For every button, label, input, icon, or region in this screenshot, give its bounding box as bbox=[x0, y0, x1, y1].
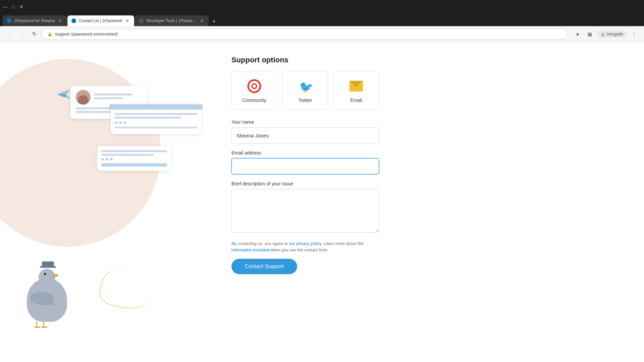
twitter-card[interactable]: 🐦 Twitter bbox=[282, 71, 328, 110]
ui-card-detail bbox=[111, 104, 201, 134]
description-label: Brief description of your issue bbox=[231, 181, 379, 186]
email-card[interactable]: Email bbox=[333, 71, 379, 110]
page-content: Support options Co bbox=[0, 42, 644, 362]
name-form-group: Your name bbox=[231, 119, 379, 143]
close-button[interactable]: ✕ bbox=[19, 4, 24, 9]
minimize-button[interactable]: — bbox=[3, 4, 8, 9]
tab-title-2: Contact Us | 1Password bbox=[79, 18, 122, 23]
email-label: Email bbox=[350, 98, 362, 103]
reload-button[interactable]: ↻ bbox=[30, 29, 39, 39]
tab-close-3[interactable]: ✕ bbox=[199, 18, 205, 23]
email-label-field: Email address bbox=[231, 150, 379, 156]
incognito-icon: 👔 bbox=[600, 32, 605, 37]
split-view-button[interactable]: ▦ bbox=[585, 29, 594, 39]
community-label: Community bbox=[243, 98, 266, 103]
form-area: Support options Co bbox=[218, 42, 406, 362]
privacy-text-mid: . Learn more about the bbox=[321, 241, 363, 246]
dashed-circle-decoration bbox=[98, 264, 157, 313]
nav-actions: ★ ▦ 👔 Incognito ⋮ bbox=[573, 29, 639, 39]
paper-airplane bbox=[57, 89, 70, 99]
email-form-group: Email address bbox=[231, 150, 379, 174]
address-bar[interactable]: 🔒 support.1password.com/contact/ bbox=[42, 29, 568, 40]
pigeon-illustration bbox=[27, 278, 67, 322]
maximize-button[interactable]: □ bbox=[11, 4, 16, 9]
incognito-label: Incognito bbox=[607, 32, 623, 37]
privacy-policy-link[interactable]: privacy policy bbox=[296, 241, 321, 246]
name-label: Your name bbox=[231, 119, 379, 125]
tab-close-2[interactable]: ✕ bbox=[125, 18, 130, 23]
tab-favicon-3 bbox=[139, 18, 144, 23]
tab-favicon-1 bbox=[7, 18, 11, 23]
email-icon bbox=[348, 78, 364, 94]
tab-title-1: 1Password for Sheena bbox=[14, 18, 55, 23]
twitter-icon: 🐦 bbox=[297, 78, 313, 94]
tab-contact-us[interactable]: Contact Us | 1Password ✕ bbox=[67, 15, 134, 26]
window-controls: — □ ✕ bbox=[3, 4, 24, 9]
lock-icon: 🔒 bbox=[47, 32, 52, 37]
tab-favicon-2 bbox=[71, 18, 76, 23]
illustration-area bbox=[0, 42, 218, 362]
name-input[interactable] bbox=[231, 127, 379, 143]
tab-title-3: Developer Tools | 1Password bbox=[146, 18, 197, 23]
new-tab-button[interactable]: + bbox=[209, 17, 219, 26]
privacy-text: By contacting us, you agree to our priva… bbox=[231, 241, 379, 253]
ui-card-small bbox=[97, 146, 171, 171]
description-textarea[interactable] bbox=[231, 189, 379, 233]
privacy-text-after: when you use the contact form. bbox=[269, 248, 328, 252]
tab-close-1[interactable]: ✕ bbox=[57, 18, 63, 23]
description-form-group: Brief description of your issue bbox=[231, 181, 379, 234]
community-icon bbox=[246, 78, 262, 94]
back-button[interactable]: ← bbox=[5, 29, 15, 39]
support-options-title: Support options bbox=[231, 56, 379, 64]
information-included-link[interactable]: information included bbox=[231, 248, 269, 252]
tab-1password-sheena[interactable]: 1Password for Sheena ✕ bbox=[3, 15, 67, 26]
incognito-badge: 👔 Incognito bbox=[597, 31, 627, 38]
menu-button[interactable]: ⋮ bbox=[629, 29, 639, 39]
svg-text:🐦: 🐦 bbox=[299, 80, 313, 94]
title-bar: — □ ✕ bbox=[0, 0, 644, 13]
email-input[interactable] bbox=[231, 158, 379, 174]
nav-bar: ← → ↻ 🔒 support.1password.com/contact/ ★… bbox=[0, 26, 644, 42]
tabs-bar: 1Password for Sheena ✕ Contact Us | 1Pas… bbox=[0, 13, 644, 26]
twitter-label: Twitter bbox=[298, 98, 312, 103]
community-card[interactable]: Community bbox=[231, 71, 277, 110]
contact-support-button[interactable]: Contact Support bbox=[231, 259, 297, 274]
privacy-text-before: By contacting us, you agree to our bbox=[231, 241, 296, 246]
bookmark-button[interactable]: ★ bbox=[573, 29, 582, 39]
forward-button[interactable]: → bbox=[17, 29, 27, 39]
tab-developer-tools[interactable]: Developer Tools | 1Password ✕ bbox=[135, 15, 209, 26]
support-cards: Community 🐦 Twitter bbox=[231, 71, 379, 110]
ui-cards-illustration bbox=[70, 86, 148, 123]
address-text: support.1password.com/contact/ bbox=[55, 32, 118, 37]
browser-window: — □ ✕ 1Password for Sheena ✕ Contact Us … bbox=[0, 0, 644, 362]
ui-card-avatar bbox=[76, 90, 91, 105]
